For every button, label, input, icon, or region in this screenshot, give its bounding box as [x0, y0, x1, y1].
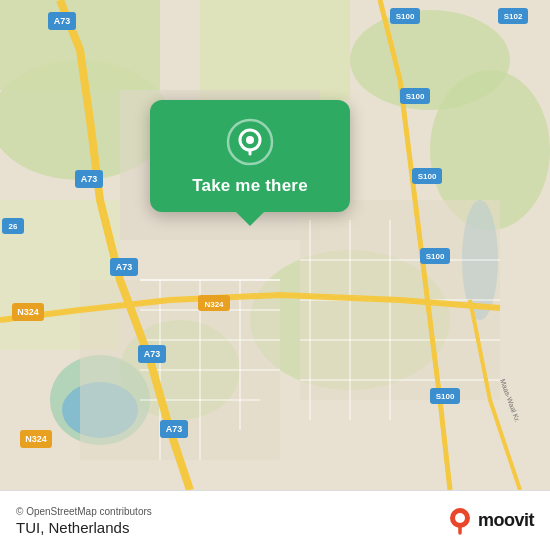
- svg-text:A73: A73: [166, 424, 183, 434]
- svg-text:A73: A73: [81, 174, 98, 184]
- svg-text:A73: A73: [54, 16, 71, 26]
- map-container: A73 A73 A73 A73 A73 N324 N324 N324 S100 …: [0, 0, 550, 490]
- svg-text:N324: N324: [204, 300, 224, 309]
- moovit-logo: moovit: [446, 507, 534, 535]
- map-background: A73 A73 A73 A73 A73 N324 N324 N324 S100 …: [0, 0, 550, 490]
- svg-text:N324: N324: [17, 307, 39, 317]
- location-info: TUI, Netherlands: [16, 519, 152, 536]
- svg-text:S100: S100: [436, 392, 455, 401]
- svg-text:A73: A73: [144, 349, 161, 359]
- location-pin-icon: [226, 118, 274, 166]
- info-bar: © OpenStreetMap contributors TUI, Nether…: [0, 490, 550, 550]
- svg-text:S100: S100: [396, 12, 415, 21]
- svg-text:A73: A73: [116, 262, 133, 272]
- svg-text:S100: S100: [426, 252, 445, 261]
- popup-label: Take me there: [192, 176, 308, 196]
- svg-text:N324: N324: [25, 434, 47, 444]
- svg-point-63: [246, 136, 254, 144]
- map-attribution: © OpenStreetMap contributors: [16, 506, 152, 517]
- svg-rect-10: [200, 0, 350, 100]
- svg-text:S100: S100: [418, 172, 437, 181]
- svg-text:S102: S102: [504, 12, 523, 21]
- moovit-text: moovit: [478, 510, 534, 531]
- svg-point-65: [455, 513, 465, 523]
- svg-text:26: 26: [9, 222, 18, 231]
- svg-text:S100: S100: [406, 92, 425, 101]
- moovit-icon: [446, 507, 474, 535]
- popup-card[interactable]: Take me there: [150, 100, 350, 212]
